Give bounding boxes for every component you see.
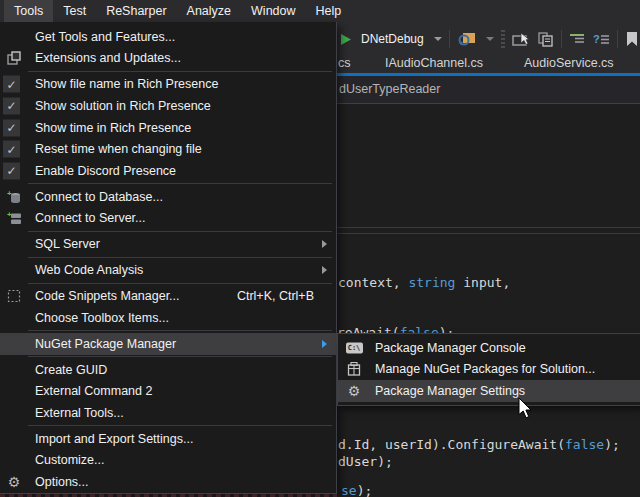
svg-text:+: + [7,211,12,219]
snippets-icon [3,289,25,303]
submenu-item-manage-nuget-packages[interactable]: Manage NuGet Packages for Solution... [338,359,640,381]
menu-separator [28,231,332,232]
bookmark-icon[interactable] [625,31,639,47]
code-line-duser: dUser); [338,455,393,469]
menu-item-sql-server[interactable]: SQL Server [0,233,336,255]
comment-lines-icon[interactable]: ? [593,32,610,46]
menu-item-reset-time[interactable]: ✓ Reset time when changing file [0,138,336,160]
menubar-item-test[interactable]: Test [53,0,96,22]
menu-item-customize[interactable]: Customize... [0,450,336,472]
menu-separator [28,356,332,357]
checkmark-icon: ✓ [3,119,20,136]
find-in-files-icon[interactable] [457,31,476,47]
menu-separator [28,283,332,284]
code-line-signature: context, string input, [338,276,510,290]
menubar-item-window[interactable]: Window [241,0,305,22]
run-button[interactable] [340,33,352,46]
find-dropdown-icon[interactable] [486,37,494,41]
svg-text:+: + [7,189,12,197]
toolbar-separator [449,30,450,48]
gear-icon: ⚙ [344,384,364,398]
console-icon: C:\ [344,342,364,353]
navigate-selection-icon[interactable] [512,32,530,47]
tab-audioservice[interactable]: AudioService.cs [524,56,614,70]
menu-item-extensions-and-updates[interactable]: Extensions and Updates... [0,48,336,70]
menu-item-connect-to-server[interactable]: + Connect to Server... [0,208,336,230]
tab-iaudiochannel[interactable]: IAudioChannel.cs [385,56,483,70]
editor-splitter-line [337,233,640,234]
menubar-item-analyze[interactable]: Analyze [177,0,241,22]
toolbar-separator [561,30,562,48]
code-line-tail: se); [341,484,372,497]
submenu-arrow-icon [322,240,327,248]
menu-item-show-file-name[interactable]: ✓ Show file name in Rich Presence [0,74,336,96]
menu-item-external-tools[interactable]: External Tools... [0,402,336,424]
gear-icon: ⚙ [3,475,25,489]
run-config-dropdown-icon[interactable] [434,37,442,41]
menu-separator [28,330,332,331]
standard-toolbar: DNetDebug ? [340,25,640,53]
tab-strip-accent-line [337,73,640,76]
breadcrumb-type-label: dUserTypeReader [339,82,440,96]
svg-text:?: ? [593,33,600,45]
server-add-icon: + [3,211,25,226]
menu-shortcut-label: Ctrl+K, Ctrl+B [237,289,328,303]
menu-separator [28,257,332,258]
run-config-label[interactable]: DNetDebug [361,32,424,46]
menu-item-get-tools-and-features[interactable]: Get Tools and Features... [0,26,336,48]
tab-partial[interactable]: cs [338,56,351,70]
toolbar-grip [501,30,505,48]
code-line-configureawait: d.Id, userId).ConfigureAwait(false); [338,438,620,452]
menu-separator [28,425,332,426]
menubar-item-help[interactable]: Help [306,0,352,22]
menu-item-create-guid[interactable]: Create GUID [0,359,336,381]
menu-bar: Tools Test ReSharper Analyze Window Help [0,0,640,22]
tools-menu: Get Tools and Features... Extensions and… [0,22,337,494]
submenu-item-package-manager-console[interactable]: C:\ Package Manager Console [338,337,640,359]
menubar-item-resharper[interactable]: ReSharper [96,0,176,22]
checkmark-icon: ✓ [3,76,20,93]
editor-splitter-line [337,227,640,228]
checkmark-icon: ✓ [3,141,20,158]
submenu-item-package-manager-settings[interactable]: ⚙ Package Manager Settings [338,380,640,402]
menu-item-options[interactable]: ⚙ Options... [0,471,336,493]
copy-lines-icon[interactable] [537,31,554,47]
menu-item-external-command-2[interactable]: External Command 2 [0,381,336,403]
indent-icon[interactable] [569,32,586,46]
mouse-cursor [518,398,533,424]
packages-icon [344,362,364,376]
menu-item-show-solution[interactable]: ✓ Show solution in Rich Presence [0,95,336,117]
extensions-icon [3,51,25,65]
menu-item-nuget-package-manager[interactable]: NuGet Package Manager [0,333,336,355]
menu-item-web-code-analysis[interactable]: Web Code Analysis [0,259,336,281]
nuget-package-manager-submenu: C:\ Package Manager Console Manage NuGet… [337,333,640,406]
submenu-arrow-icon [322,340,327,348]
submenu-arrow-icon [322,266,327,274]
menu-item-show-time[interactable]: ✓ Show time in Rich Presence [0,117,336,139]
menu-item-choose-toolbox-items[interactable]: Choose Toolbox Items... [0,307,336,329]
database-add-icon: + [3,189,25,204]
menu-item-enable-discord-presence[interactable]: ✓ Enable Discord Presence [0,160,336,182]
menu-item-import-export-settings[interactable]: Import and Export Settings... [0,428,336,450]
toolbar-separator [617,30,618,48]
checkmark-icon: ✓ [3,97,20,114]
menubar-item-tools[interactable]: Tools [4,0,53,22]
menu-item-code-snippets-manager[interactable]: Code Snippets Manager... Ctrl+K, Ctrl+B [0,285,336,307]
menu-separator [28,183,332,184]
checkmark-icon: ✓ [3,162,20,179]
menu-separator [28,71,332,72]
editor-breadcrumb-bar[interactable]: dUserTypeReader [337,76,640,104]
document-tab-strip: cs IAudioChannel.cs AudioService.cs [337,56,640,73]
menu-item-connect-to-database[interactable]: + Connect to Database... [0,186,336,208]
